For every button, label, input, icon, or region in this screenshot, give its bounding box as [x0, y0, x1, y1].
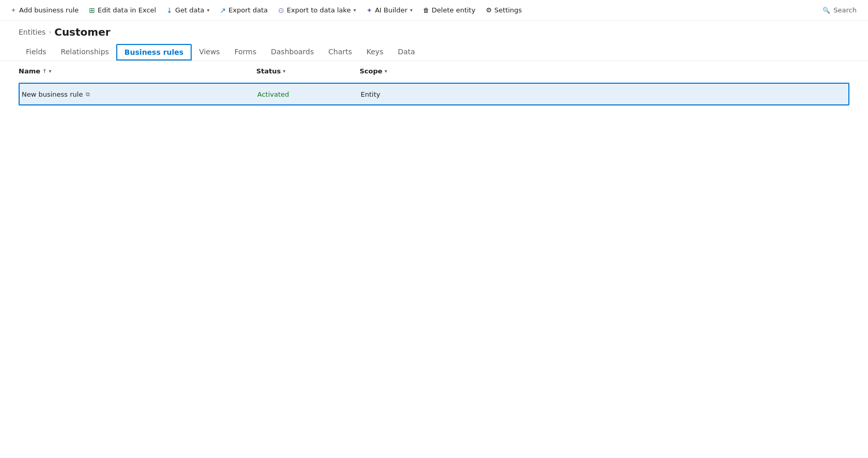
search-button[interactable]: Search	[817, 4, 862, 16]
breadcrumb: Entities › Customer	[0, 21, 868, 43]
toolbar: Add business rule Edit data in Excel Get…	[0, 0, 868, 21]
row-scope-text: Entity	[361, 90, 380, 98]
sort-ascending-icon[interactable]: ↑	[42, 68, 47, 74]
tab-dashboards[interactable]: Dashboards	[264, 43, 321, 61]
delete-entity-button[interactable]: Delete entity	[419, 4, 480, 16]
ai-builder-dropdown-arrow: ▾	[410, 7, 413, 13]
tab-relationships[interactable]: Relationships	[54, 43, 116, 61]
column-name-label: Name	[19, 67, 40, 75]
edit-data-in-excel-label: Edit data in Excel	[98, 6, 156, 14]
tab-forms[interactable]: Forms	[227, 43, 264, 61]
column-scope-label: Scope	[360, 67, 382, 75]
export-to-data-lake-label: Export to data lake	[287, 6, 351, 14]
ai-builder-icon	[366, 6, 373, 14]
tab-charts[interactable]: Charts	[321, 43, 359, 61]
export-data-button[interactable]: Export data	[216, 4, 272, 17]
settings-button[interactable]: Settings	[482, 4, 526, 16]
get-data-label: Get data	[175, 6, 205, 14]
table-header: Name ↑ ▾ Status ▾ Scope ▾	[19, 61, 849, 82]
ai-builder-label: AI Builder	[375, 6, 408, 14]
add-business-rule-button[interactable]: Add business rule	[6, 4, 83, 17]
add-business-rule-label: Add business rule	[19, 6, 79, 14]
column-status-label: Status	[256, 67, 281, 75]
table-area: Name ↑ ▾ Status ▾ Scope ▾ New business r…	[0, 61, 868, 105]
tab-business-rules[interactable]: Business rules	[116, 44, 192, 60]
external-link-icon[interactable]	[86, 90, 90, 98]
get-data-dropdown-arrow: ▾	[207, 7, 210, 13]
search-icon	[823, 7, 830, 14]
column-header-scope: Scope ▾	[360, 67, 849, 75]
add-icon	[10, 6, 17, 14]
column-header-status: Status ▾	[256, 67, 360, 75]
tabs: Fields Relationships Business rules View…	[0, 43, 868, 61]
tab-keys[interactable]: Keys	[359, 43, 391, 61]
settings-icon	[486, 6, 492, 14]
breadcrumb-separator: ›	[49, 28, 51, 36]
delete-entity-icon	[423, 7, 429, 14]
table-row[interactable]: New business rule Activated Entity	[19, 83, 849, 105]
export-to-data-lake-button[interactable]: Export to data lake ▾	[274, 4, 360, 17]
scope-filter-icon[interactable]: ▾	[384, 68, 387, 74]
status-filter-icon[interactable]: ▾	[283, 68, 286, 74]
excel-icon	[89, 6, 95, 14]
tab-fields[interactable]: Fields	[19, 43, 54, 61]
breadcrumb-entities-link[interactable]: Entities	[19, 28, 45, 36]
get-data-icon	[166, 6, 173, 14]
delete-entity-label: Delete entity	[432, 6, 476, 14]
tab-views[interactable]: Views	[192, 43, 227, 61]
row-scope-cell: Entity	[361, 90, 848, 98]
ai-builder-button[interactable]: AI Builder ▾	[362, 4, 417, 17]
edit-data-in-excel-button[interactable]: Edit data in Excel	[85, 4, 160, 17]
name-filter-icon[interactable]: ▾	[49, 68, 51, 74]
export-to-data-lake-icon	[278, 6, 284, 14]
settings-label: Settings	[494, 6, 522, 14]
row-status-cell: Activated	[257, 90, 361, 98]
search-label: Search	[833, 6, 857, 14]
breadcrumb-current: Customer	[54, 26, 110, 38]
export-data-label: Export data	[228, 6, 268, 14]
export-to-data-lake-dropdown-arrow: ▾	[353, 7, 356, 13]
row-name-cell: New business rule	[20, 90, 257, 98]
get-data-button[interactable]: Get data ▾	[162, 4, 213, 17]
row-status-text: Activated	[257, 90, 289, 98]
tab-data[interactable]: Data	[391, 43, 422, 61]
row-name-text[interactable]: New business rule	[22, 90, 83, 98]
export-data-icon	[220, 6, 226, 14]
column-header-name: Name ↑ ▾	[19, 67, 256, 75]
